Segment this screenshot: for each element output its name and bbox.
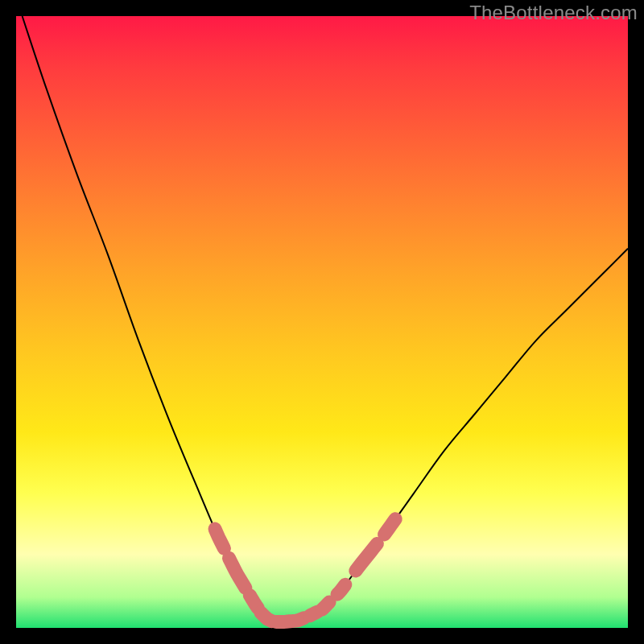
chart-canvas: TheBottleneck.com xyxy=(0,0,644,644)
curve-marker xyxy=(337,584,345,594)
curve-svg xyxy=(16,16,628,628)
curve-marker xyxy=(215,529,224,548)
watermark-text: TheBottleneck.com xyxy=(469,2,638,24)
marker-group xyxy=(215,519,395,622)
curve-marker xyxy=(250,595,258,608)
curve-marker xyxy=(276,618,303,622)
curve-marker xyxy=(356,544,378,572)
curve-marker xyxy=(385,519,396,535)
plot-area xyxy=(16,16,628,628)
curve-marker xyxy=(322,602,329,609)
curve-marker xyxy=(229,558,246,588)
bottleneck-curve xyxy=(23,16,628,622)
